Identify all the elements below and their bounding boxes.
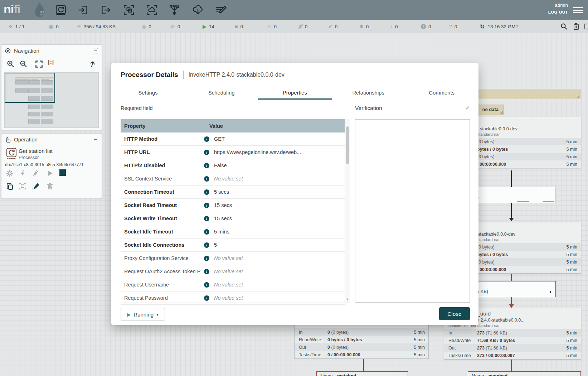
info-icon[interactable]: i xyxy=(204,269,209,274)
disable-lightning-slash-icon[interactable] xyxy=(32,169,39,177)
navigation-panel-header: Navigation xyxy=(1,45,102,56)
change-color-brush-icon[interactable] xyxy=(32,182,40,190)
run-status-dropdown[interactable]: ▶ Running ▾ xyxy=(121,308,165,321)
zoom-out-icon[interactable] xyxy=(19,60,28,68)
transmitting-icon: ◎ xyxy=(142,24,146,29)
queue-percent-icon: ◐ xyxy=(549,289,553,294)
property-value: No value set xyxy=(214,295,243,301)
info-icon[interactable]: i xyxy=(204,229,209,235)
stat-window: 5 min xyxy=(566,260,577,265)
start-play-icon[interactable] xyxy=(47,170,54,177)
funnel-draggable-icon[interactable] xyxy=(168,4,180,16)
search-icon[interactable] xyxy=(560,23,568,30)
minimap-viewport[interactable] xyxy=(5,73,55,103)
label-draggable-icon[interactable] xyxy=(215,4,227,16)
info-icon[interactable]: i xyxy=(204,176,209,182)
collapse-icon[interactable] xyxy=(93,48,98,53)
tab-scheduling[interactable]: Scheduling xyxy=(185,86,258,100)
minimap-component xyxy=(41,112,53,116)
status-queued: ≣356 / 94.83 KB xyxy=(77,20,116,33)
input-port-draggable-icon[interactable] xyxy=(77,4,89,16)
tab-relationships[interactable]: Relationships xyxy=(332,86,405,100)
global-menu-button[interactable] xyxy=(573,6,583,14)
divider xyxy=(582,23,582,30)
processor-stats-partial[interactable]: In0 (0 bytes)5 minRead/Write0 bytes / 0 … xyxy=(294,320,429,359)
info-icon[interactable]: i xyxy=(204,150,209,155)
stat-row: Out0 (0 bytes)5 min xyxy=(295,343,428,351)
close-button[interactable]: Close xyxy=(439,307,470,320)
info-icon[interactable]: i xyxy=(204,295,209,301)
configure-gear-icon[interactable] xyxy=(6,169,14,177)
info-icon[interactable]: i xyxy=(204,163,209,168)
zoom-in-icon[interactable] xyxy=(6,60,15,68)
current-user-label: admin xyxy=(555,3,568,8)
processor-draggable-icon[interactable] xyxy=(55,4,67,16)
info-icon[interactable]: i xyxy=(204,216,209,221)
stat-value: / 00:00:00.000 xyxy=(477,162,566,167)
info-icon[interactable]: i xyxy=(204,256,209,261)
property-row: Request PasswordiNo value set xyxy=(121,291,345,305)
flow-settings-icon[interactable] xyxy=(573,23,580,30)
expand-navigation-icon[interactable] xyxy=(87,59,97,69)
info-icon[interactable]: i xyxy=(204,136,209,142)
info-icon[interactable]: i xyxy=(204,203,209,208)
property-name: Request Password xyxy=(121,295,201,301)
minimap-birdseye[interactable] xyxy=(4,72,99,128)
info-icon[interactable]: i xyxy=(204,282,209,288)
download-flow-draggable-icon[interactable] xyxy=(192,4,204,16)
stat-window: 5 min xyxy=(414,352,425,357)
value-column-header: Value xyxy=(209,123,223,129)
connected-nodes-count: 1 / 1 xyxy=(15,24,25,29)
connection-label-matched[interactable]: Namematched xyxy=(468,371,581,376)
up-to-date-icon: ✔ xyxy=(328,24,332,29)
operation-panel: Operation Get station list Processor dbc… xyxy=(1,133,102,198)
property-name: HTTP Method xyxy=(121,136,201,142)
tab-comments[interactable]: Comments xyxy=(405,86,478,100)
zoom-fit-icon[interactable] xyxy=(35,60,43,68)
enable-lightning-icon[interactable] xyxy=(19,169,26,177)
selected-component-id: dbc1fce1-c8a0-3015-a8c5-3f4d4c647771 xyxy=(5,162,84,167)
stale-count: 0 xyxy=(395,24,398,29)
stat-window: 5 min xyxy=(566,147,577,152)
refresh-icon[interactable]: ↻ xyxy=(480,23,485,30)
properties-rows: HTTP MethodiGETHTTP URLihttps://www.pege… xyxy=(121,132,345,305)
stat-window: 5 min xyxy=(566,252,577,257)
connection-line[interactable] xyxy=(511,170,512,187)
connection-label-matched[interactable]: Namematched xyxy=(316,371,408,376)
properties-scrollbar[interactable]: ▼ xyxy=(345,119,350,303)
property-value: 5 mins xyxy=(214,229,229,235)
connection-line[interactable] xyxy=(511,274,512,281)
label-resize-handle[interactable] xyxy=(576,95,579,98)
label-resize-handle[interactable] xyxy=(500,111,503,114)
scrollbar-thumb[interactable] xyxy=(346,126,349,164)
stop-icon[interactable] xyxy=(59,169,66,176)
connection-line[interactable] xyxy=(511,297,512,305)
connection-line[interactable] xyxy=(511,203,512,218)
copy-icon[interactable] xyxy=(6,182,14,190)
process-group-draggable-icon[interactable] xyxy=(123,4,135,16)
info-icon[interactable]: i xyxy=(204,242,209,248)
zoom-actual-size-icon[interactable]: |:| xyxy=(48,59,54,66)
connection-line[interactable] xyxy=(511,358,512,371)
remote-process-group-draggable-icon[interactable] xyxy=(146,4,158,16)
info-icon[interactable]: i xyxy=(204,189,209,195)
transmitting-count: 0 xyxy=(149,24,151,29)
verification-check-icon[interactable]: ✔ xyxy=(465,105,470,111)
stat-label: Out xyxy=(448,346,477,351)
tab-settings[interactable]: Settings xyxy=(111,86,185,100)
sync-failure-icon: ? xyxy=(449,24,452,29)
output-port-draggable-icon[interactable] xyxy=(100,4,112,16)
dialog-title: Processor Details xyxy=(121,71,178,79)
logout-link[interactable]: LOG OUT xyxy=(548,10,568,14)
status-locally-modified-stale: !0 xyxy=(421,20,431,33)
selected-component-name: Get station list xyxy=(19,148,53,154)
collapse-icon[interactable] xyxy=(93,137,98,142)
property-name: Proxy Configuration Service xyxy=(121,255,201,261)
stat-window: 5 min xyxy=(566,139,577,144)
create-group-icon[interactable] xyxy=(19,182,26,190)
partial-edge-icon[interactable] xyxy=(584,23,588,30)
delete-trash-icon[interactable] xyxy=(47,182,54,190)
tab-properties[interactable]: Properties xyxy=(258,86,331,100)
processor-stats: In273 (71.68 KB)5 minRead/Write71.68 KB … xyxy=(444,329,581,359)
scrollbar-down-arrow[interactable]: ▼ xyxy=(346,298,349,301)
